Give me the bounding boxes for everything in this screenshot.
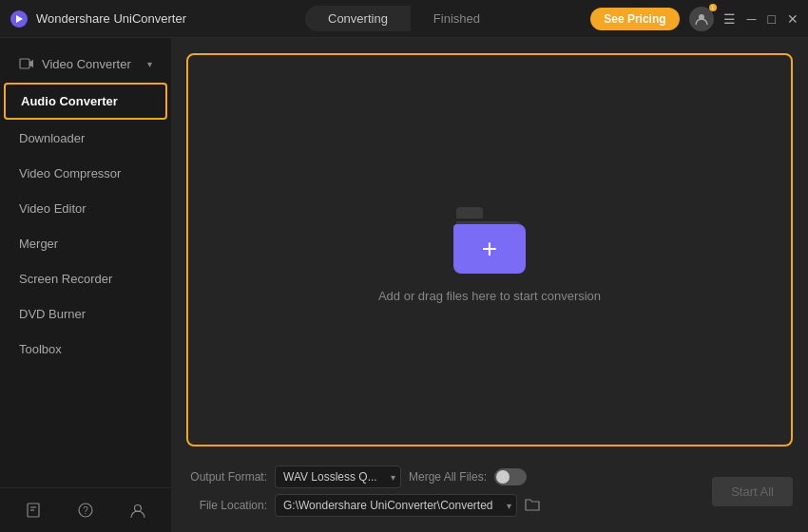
- sidebar-item-label: DVD Burner: [19, 307, 86, 321]
- sidebar-item-label: Screen Recorder: [19, 272, 112, 286]
- output-format-field: Output Format: WAV Lossless Q... Merge A…: [186, 466, 540, 488]
- sidebar-item-downloader[interactable]: Downloader: [4, 122, 167, 155]
- window-controls: ☰ ─ □ ✕: [723, 12, 798, 26]
- output-format-label: Output Format:: [186, 470, 267, 484]
- sidebar-item-toolbox[interactable]: Toolbox: [4, 332, 167, 366]
- file-location-label: File Location:: [186, 499, 267, 512]
- merge-all-files-label: Merge All Files:: [409, 470, 487, 484]
- sidebar-item-label: Audio Converter: [21, 94, 118, 108]
- dropzone-text: Add or drag files here to start conversi…: [378, 289, 601, 303]
- svg-text:?: ?: [83, 505, 88, 516]
- user-profile-icon[interactable]: [127, 500, 148, 521]
- sidebar-item-video-compressor[interactable]: Video Compressor: [4, 157, 167, 190]
- dropzone[interactable]: + Add or drag files here to start conver…: [186, 53, 793, 446]
- close-button[interactable]: ✕: [787, 12, 798, 26]
- sidebar-item-screen-recorder[interactable]: Screen Recorder: [4, 262, 167, 295]
- menu-button[interactable]: ☰: [723, 12, 736, 26]
- content-area: + Add or drag files here to start conver…: [171, 38, 808, 532]
- browse-folder-icon[interactable]: [525, 498, 540, 514]
- sidebar-item-label: Video Compressor: [19, 166, 121, 180]
- merge-toggle[interactable]: [494, 468, 527, 485]
- svg-rect-2: [20, 59, 29, 68]
- plus-icon: +: [482, 236, 497, 262]
- sidebar-item-audio-converter[interactable]: Audio Converter: [4, 83, 167, 120]
- sidebar-item-label: Merger: [19, 237, 58, 251]
- sidebar-item-video-editor[interactable]: Video Editor: [4, 192, 167, 225]
- sidebar-item-dvd-burner[interactable]: DVD Burner: [4, 297, 167, 331]
- folder-front: +: [453, 224, 526, 274]
- output-format-select[interactable]: WAV Lossless Q...: [275, 466, 401, 488]
- sidebar-item-label: Downloader: [19, 131, 85, 145]
- help-icon[interactable]: ?: [75, 500, 96, 521]
- file-location-field: File Location: G:\Wondershare UniConvert…: [186, 494, 540, 517]
- sidebar-item-label: Video Converter: [42, 57, 131, 71]
- video-converter-icon: [19, 56, 34, 71]
- sidebar: Video Converter ▾ Audio Converter Downlo…: [0, 38, 171, 532]
- app-logo-icon: [10, 10, 29, 28]
- file-location-select[interactable]: G:\Wondershare UniConverter\Converted: [275, 494, 517, 517]
- bottom-row: Output Format: WAV Lossless Q... Merge A…: [186, 466, 540, 517]
- folder-tab: [456, 207, 483, 218]
- folder-icon-wrap: +: [447, 198, 532, 274]
- notification-badge: 1: [709, 4, 717, 11]
- bottom-section: Output Format: WAV Lossless Q... Merge A…: [186, 462, 793, 517]
- tab-bar: Converting Finished: [305, 6, 503, 31]
- sidebar-item-label: Toolbox: [19, 342, 62, 356]
- titlebar-left: Wondershare UniConverter: [10, 10, 186, 28]
- chevron-down-icon: ▾: [147, 59, 152, 69]
- sidebar-item-video-converter[interactable]: Video Converter ▾: [4, 47, 167, 81]
- user-icon: [695, 12, 708, 26]
- titlebar: Wondershare UniConverter Converting Fini…: [0, 0, 808, 38]
- sidebar-item-merger[interactable]: Merger: [4, 227, 167, 260]
- sidebar-item-label: Video Editor: [19, 201, 87, 216]
- sidebar-bottom: ?: [0, 487, 171, 532]
- see-pricing-button[interactable]: See Pricing: [590, 8, 679, 30]
- tab-finished[interactable]: Finished: [411, 6, 503, 31]
- tab-converting[interactable]: Converting: [305, 6, 411, 31]
- file-location-select-wrap: G:\Wondershare UniConverter\Converted: [275, 494, 517, 517]
- maximize-button[interactable]: □: [768, 12, 776, 26]
- start-all-button[interactable]: Start All: [712, 477, 793, 506]
- main-layout: Video Converter ▾ Audio Converter Downlo…: [0, 38, 808, 532]
- sidebar-item-left: Video Converter: [19, 56, 131, 71]
- bookmark-icon[interactable]: [23, 500, 44, 521]
- titlebar-right: See Pricing 1 ☰ ─ □ ✕: [590, 7, 798, 31]
- output-format-select-wrap: WAV Lossless Q...: [275, 466, 401, 488]
- app-title: Wondershare UniConverter: [36, 11, 186, 26]
- user-avatar-button[interactable]: 1: [689, 7, 714, 31]
- minimize-button[interactable]: ─: [747, 12, 757, 26]
